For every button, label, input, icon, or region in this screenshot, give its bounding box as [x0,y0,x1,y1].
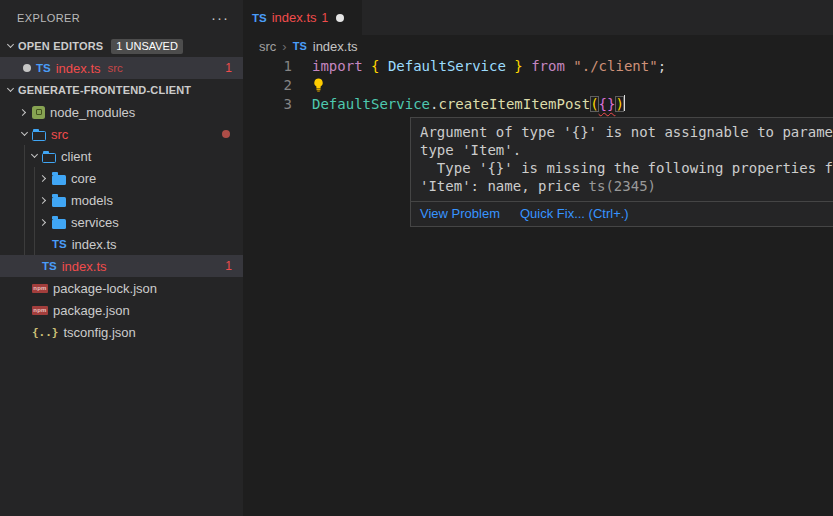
code-text: DefaultService.createItemItemPost({}) [292,95,625,114]
keyword-import: import [312,58,371,74]
folder-icon [52,175,66,185]
chevron-down-icon[interactable] [16,126,32,142]
text-cursor [624,95,626,111]
chevron-right-icon[interactable] [36,170,52,186]
keyword-from: from [523,58,574,74]
open-editor-filename: index.ts [56,61,101,76]
folder-icon [52,197,66,207]
chevron-down-icon[interactable] [2,82,18,98]
typescript-file-icon: TS [252,12,267,24]
chevron-right-icon[interactable] [36,214,52,230]
tree-item-node-modules[interactable]: node_modules [0,101,243,123]
quick-fix-link[interactable]: Quick Fix... (Ctrl+.) [520,206,629,221]
explorer-sidebar: EXPLORER ··· OPEN EDITORS 1 UNSAVED TS i… [0,0,243,516]
imported-identifier: DefaultService [379,58,514,74]
error-hover-tooltip: Argument of type '{}' is not assignable … [410,117,833,227]
error-message-tail: 'Item': name, price [420,178,589,194]
line-number: 2 [243,76,292,95]
chevron-right-icon[interactable] [16,104,32,120]
error-count-badge: 1 [225,61,232,75]
open-editors-section-header[interactable]: OPEN EDITORS 1 UNSAVED [0,35,243,57]
unsaved-count-badge: 1 UNSAVED [111,39,183,54]
tree-item-label: models [71,193,113,208]
workspace-name: GENERATE-FRONTEND-CLIENT [18,84,191,96]
chevron-down-icon[interactable] [2,38,18,54]
breadcrumb: src › TS index.ts [243,35,833,57]
ts-error-code: ts(2345) [589,178,656,194]
npm-icon: npm [32,306,48,315]
chevron-right-icon[interactable] [36,192,52,208]
typescript-file-icon: TS [36,62,51,74]
folder-icon [52,219,66,229]
tree-item-label: package.json [53,303,130,318]
code-line-1: 1 import { DefaultService } from "./clie… [243,57,833,76]
tree-item-label: tsconfig.json [64,325,136,340]
explorer-header: EXPLORER ··· [0,0,243,35]
folder-open-icon [42,153,56,163]
unsaved-dot-icon[interactable] [23,64,31,72]
method-name: createItemItemPost [438,96,590,112]
tree-item-label: node_modules [50,105,135,120]
tree-item-core[interactable]: core [0,167,243,189]
open-editors-label: OPEN EDITORS [18,40,103,52]
tooltip-actions: View Problem Quick Fix... (Ctrl+.) [411,201,833,226]
node-modules-icon [32,106,45,119]
explorer-title: EXPLORER [17,12,211,24]
error-message: Argument of type '{}' is not assignable … [411,118,833,201]
error-message-line: Type '{}' is missing the following prope… [420,159,833,177]
line-number: 1 [243,57,292,76]
open-editor-item-index-ts[interactable]: TS index.ts src 1 [0,57,243,79]
tree-item-models[interactable]: models [0,189,243,211]
close-paren: ) [615,96,623,112]
code-line-2: 2 [243,76,833,95]
tree-item-src[interactable]: src [0,123,243,145]
tree-item-client-index-ts[interactable]: TS index.ts [0,233,243,255]
lightbulb-icon[interactable] [312,78,325,92]
folder-open-icon [32,131,46,141]
tree-item-client[interactable]: client [0,145,243,167]
semicolon: ; [658,58,666,74]
chevron-separator-icon: › [282,39,286,54]
typescript-file-icon: TS [52,238,67,250]
tree-item-package-json[interactable]: npm package.json [0,299,243,321]
tab-index-ts[interactable]: TS index.ts 1 [243,0,362,35]
tree-item-label: services [71,215,119,230]
breadcrumb-file[interactable]: index.ts [313,39,358,54]
tree-item-label: package-lock.json [53,281,157,296]
typescript-file-icon: TS [293,40,307,52]
open-editor-folder-hint: src [108,62,123,74]
tree-item-label: client [61,149,91,164]
code-line-3: 3 DefaultService.createItemItemPost({}) [243,95,833,114]
tree-item-label: index.ts [62,259,107,274]
code-text [292,76,325,95]
typescript-file-icon: TS [42,260,57,272]
tab-label: index.ts [272,10,317,25]
service-class-name: DefaultService [312,96,430,112]
json-braces-icon: {..} [32,326,59,339]
module-path-string: "./client" [573,58,657,74]
tab-error-badge: 1 [322,11,329,25]
error-count-badge: 1 [225,259,232,273]
chevron-down-icon[interactable] [26,148,42,164]
tree-item-package-lock-json[interactable]: npm package-lock.json [0,277,243,299]
error-message-line: Argument of type '{}' is not assignable … [420,123,833,141]
tree-item-tsconfig-json[interactable]: {..} tsconfig.json [0,321,243,343]
more-actions-icon[interactable]: ··· [211,13,229,23]
tree-item-src-index-ts[interactable]: TS index.ts 1 [0,255,243,277]
code-text: import { DefaultService } from "./client… [292,57,666,76]
unsaved-dot-icon[interactable] [336,14,344,22]
tree-item-label: src [51,127,68,142]
error-message-line: type 'Item'. [420,141,833,159]
breadcrumb-folder[interactable]: src [259,39,276,54]
tree-item-services[interactable]: services [0,211,243,233]
npm-icon: npm [32,284,48,293]
error-message-line: 'Item': name, price ts(2345) [420,177,833,195]
brace: } [514,58,522,74]
view-problem-link[interactable]: View Problem [420,206,500,221]
tree-item-label: core [71,171,96,186]
workspace-section-header[interactable]: GENERATE-FRONTEND-CLIENT [0,79,243,101]
tree-item-label: index.ts [72,237,117,252]
modified-dot-icon [222,130,230,138]
editor-pane: TS index.ts 1 src › TS index.ts 1 import… [243,0,833,516]
tab-strip: TS index.ts 1 [243,0,833,35]
